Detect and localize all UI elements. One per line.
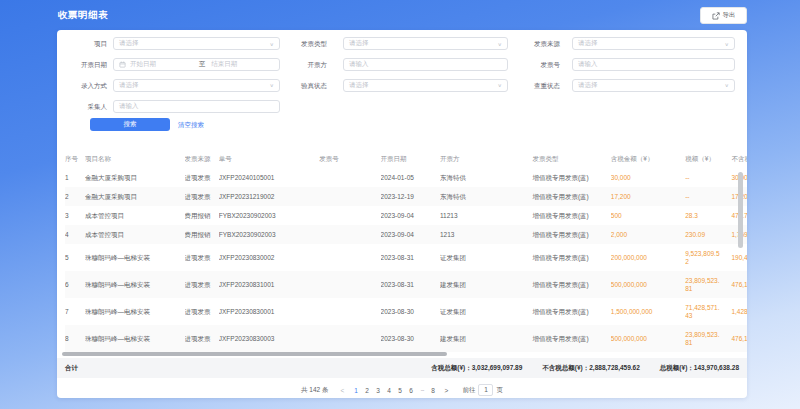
page-button[interactable]: 4 xyxy=(383,387,394,394)
entry-method-placeholder: 请选择 xyxy=(119,81,270,90)
table-cell: 2023-09-04 xyxy=(381,206,440,225)
table-cell xyxy=(319,225,380,244)
column-header: 发票类型 xyxy=(532,150,610,168)
table-cell: 进项发票 xyxy=(185,168,219,187)
invoice-source-select[interactable]: 请选择 ∨ xyxy=(572,37,735,50)
page-button[interactable]: 5 xyxy=(394,387,405,394)
page-button[interactable]: 2 xyxy=(361,387,372,394)
page-button[interactable]: 6 xyxy=(405,387,416,394)
verify-status-placeholder: 请选择 xyxy=(349,81,498,90)
table-cell: 进项发票 xyxy=(185,325,219,352)
table-cell: 2023-09-04 xyxy=(381,225,440,244)
table-cell xyxy=(319,206,380,225)
table-cell: 6 xyxy=(65,271,85,298)
table-cell: 进项发票 xyxy=(185,187,219,206)
goto-page-input[interactable]: 1 xyxy=(478,384,493,396)
table-cell: 证发集团 xyxy=(440,298,532,325)
table-cell: 476,190,476.19 xyxy=(731,271,747,298)
column-header: 发票来源 xyxy=(185,150,219,168)
table-cell: 增值税专用发票(蓝) xyxy=(532,206,610,225)
table-cell: 1 xyxy=(65,168,85,187)
summary-tax-total-value: 143,970,638.28 xyxy=(694,364,739,373)
summary-tax-incl-value: 3,032,699,097.89 xyxy=(472,364,523,373)
invoice-source-placeholder: 请选择 xyxy=(578,39,725,48)
table-cell xyxy=(319,298,380,325)
table-header-row: 序号项目名称发票来源单号发票号开票日期开票方发票类型含税金额（¥）税额（¥）不含… xyxy=(65,150,747,168)
verify-status-label: 验真状态 xyxy=(263,79,327,92)
horizontal-scrollbar-thumb[interactable] xyxy=(62,352,447,356)
invoice-no-input[interactable]: 请输入 xyxy=(572,58,735,71)
entry-method-label: 录入方式 xyxy=(57,79,107,92)
calendar-icon xyxy=(119,61,126,68)
chevron-down-icon: ∨ xyxy=(725,83,729,89)
column-header: 不含税金额（¥） xyxy=(731,150,747,168)
table-cell: 增值税专用发票(蓝) xyxy=(532,187,610,206)
table-cell: 增值税专用发票(蓝) xyxy=(532,225,610,244)
page-button[interactable]: 3 xyxy=(372,387,383,394)
table-cell: -- xyxy=(685,187,731,206)
table-cell: 28.3 xyxy=(685,206,731,225)
summary-tax-incl-label: 含税总额(¥)： xyxy=(431,364,471,373)
table-cell: 23,809,523. 81 xyxy=(685,271,731,298)
goto-suffix: 页 xyxy=(496,386,503,395)
table-cell: 珠穆朗玛峰—电梯安装 xyxy=(85,271,185,298)
export-button[interactable]: 导出 xyxy=(700,7,747,24)
summary-tax-excl-value: 2,888,728,459.62 xyxy=(589,364,640,373)
table-cell: 增值税专用发票(蓝) xyxy=(532,271,610,298)
table-cell: 7 xyxy=(65,298,85,325)
table-cell: FYBX20230902003 xyxy=(219,225,320,244)
column-header: 开票方 xyxy=(440,150,532,168)
project-placeholder: 请选择 xyxy=(119,39,270,48)
search-button[interactable]: 搜索 xyxy=(90,118,170,131)
issuer-input[interactable]: 请输入 xyxy=(343,58,508,71)
invoice-type-select[interactable]: 请选择 ∨ xyxy=(343,37,508,50)
table-cell xyxy=(319,244,380,271)
invoice-no-label: 发票号 xyxy=(496,58,560,71)
verify-status-select[interactable]: 请选择 ∨ xyxy=(343,79,508,92)
project-select[interactable]: 请选择 ∨ xyxy=(113,37,280,50)
page-ellipsis: ··· xyxy=(416,387,427,394)
invoice-date-range[interactable]: 开始日期 至 结束日期 xyxy=(113,58,280,71)
table-cell: FYBX20230902003 xyxy=(219,206,320,225)
table-cell: 2023-12-19 xyxy=(381,187,440,206)
table-cell: 8 xyxy=(65,325,85,352)
column-header: 税额（¥） xyxy=(685,150,731,168)
table-cell: 成本管控项目 xyxy=(85,225,185,244)
next-page-button[interactable]: > xyxy=(442,387,450,394)
table-cell: 进项发票 xyxy=(185,298,219,325)
page-button[interactable]: 8 xyxy=(427,387,438,394)
page-list: 123456···8 xyxy=(350,387,438,394)
table-cell: 500,000,000 xyxy=(611,271,685,298)
table-cell: 2024-01-05 xyxy=(381,168,440,187)
table-cell: 200,000,000 xyxy=(611,244,685,271)
entry-method-select[interactable]: 请选择 ∨ xyxy=(113,79,280,92)
prev-page-button[interactable]: < xyxy=(338,387,346,394)
summary-tax-excl-label: 不含税总额(¥)： xyxy=(542,364,589,373)
collector-input[interactable]: 请输入 xyxy=(113,100,280,113)
dup-check-status-select[interactable]: 请选择 ∨ xyxy=(572,79,735,92)
table-cell: 9,523,809.5 2 xyxy=(685,244,731,271)
summary-total-label: 合计 xyxy=(65,364,78,373)
table-cell: 进项发票 xyxy=(185,271,219,298)
vertical-scrollbar-thumb[interactable] xyxy=(738,172,743,248)
table-cell: 1213 xyxy=(440,225,532,244)
table-cell: 珠穆朗玛峰—电梯安装 xyxy=(85,325,185,352)
table-cell: 1,428,571,428.57 xyxy=(731,298,747,325)
dup-check-status-placeholder: 请选择 xyxy=(578,81,725,90)
column-header: 项目名称 xyxy=(85,150,185,168)
summary-tax-excl: 不含税总额(¥)： 2,888,728,459.62 xyxy=(542,364,640,373)
dup-check-status-label: 查重状态 xyxy=(496,79,560,92)
page-button[interactable]: 1 xyxy=(350,387,361,394)
table-body: 1金融大厦采购项目进项发票JXFP202401050012024-01-05东海… xyxy=(65,168,747,352)
invoice-no-placeholder: 请输入 xyxy=(578,60,729,69)
table-cell: JXFP20230830003 xyxy=(219,325,320,352)
table-cell: JXFP20230830001 xyxy=(219,298,320,325)
start-date-placeholder: 开始日期 xyxy=(130,60,193,69)
invoice-type-label: 发票类型 xyxy=(263,37,327,50)
table-cell: 证发集团 xyxy=(440,244,532,271)
table-cell: 30,000 xyxy=(611,168,685,187)
table-cell: 5 xyxy=(65,244,85,271)
table-cell: 金融大厦采购项目 xyxy=(85,168,185,187)
project-label: 项目 xyxy=(57,37,107,50)
clear-search-link[interactable]: 清空搜索 xyxy=(178,118,204,131)
